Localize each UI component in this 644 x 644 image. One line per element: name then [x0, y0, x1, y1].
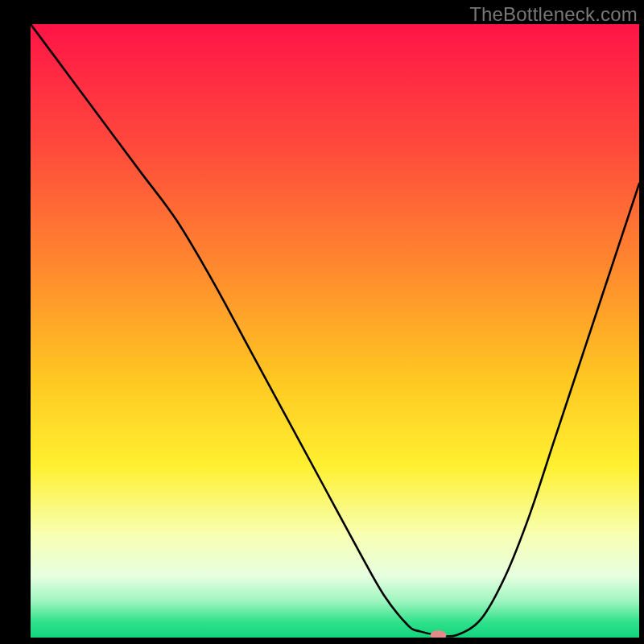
gradient-background [31, 24, 639, 638]
watermark-text: TheBottleneck.com [469, 3, 638, 26]
chart-frame: TheBottleneck.com [0, 0, 644, 644]
plot-area [31, 24, 639, 638]
plot-svg [31, 24, 639, 638]
